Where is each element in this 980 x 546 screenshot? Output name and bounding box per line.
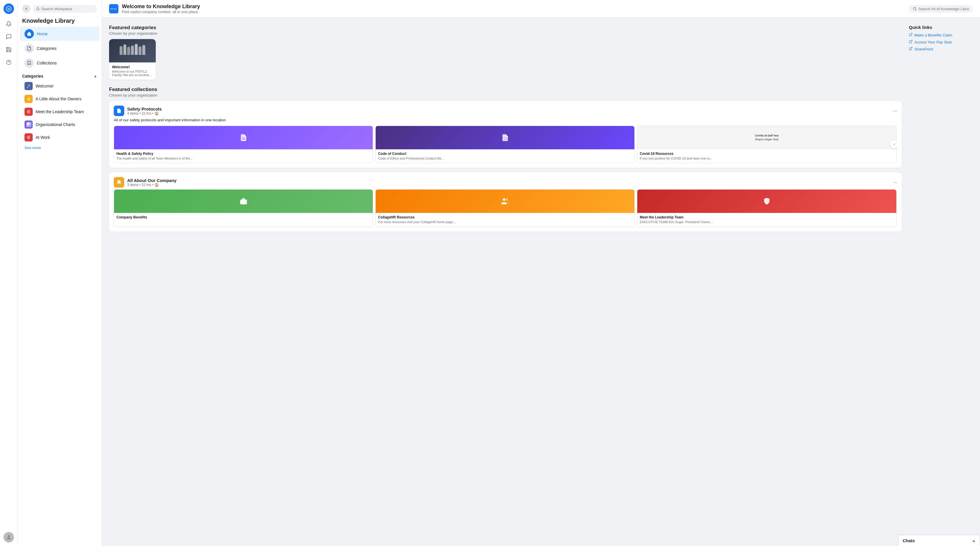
svg-line-16 (910, 33, 912, 35)
workplace-logo[interactable] (3, 3, 14, 14)
topbar-search-icon (913, 7, 917, 11)
chat-icon[interactable] (3, 32, 14, 42)
item-company-benefits[interactable]: Company Benefits (114, 189, 373, 227)
topbar-search-box[interactable] (909, 5, 973, 13)
item-covid[interactable]: COVID-19 Self Test(Rapid Antigen Test) C… (637, 126, 896, 163)
quick-link-benefits[interactable]: Make a Benefits Claim (909, 33, 973, 37)
covid-title: Covid-19 Resources (640, 152, 894, 156)
user-avatar[interactable] (3, 532, 14, 543)
external-link-icon-benefits (909, 33, 913, 37)
search-workplace-input[interactable] (41, 7, 94, 11)
sidebar-item-home[interactable]: Home (20, 27, 99, 41)
icon-bar (0, 0, 18, 546)
safety-collection-meta: 4 items • 22 hrs • 🏠 (127, 111, 162, 116)
company-benefits-img (114, 189, 373, 213)
topbar-search-input[interactable] (918, 7, 969, 11)
item-collage-hr[interactable]: CollageHR Resources For more resources v… (375, 189, 635, 227)
safety-collection-info: Safety Protocols 4 items • 22 hrs • 🏠 (127, 107, 162, 116)
featured-card-body: Welcome! Welcome to our PSIT/LZ Family! … (109, 62, 156, 80)
company-header-left: All About Our Company 3 items • 22 hrs •… (114, 177, 177, 188)
search-workplace-box[interactable] (33, 5, 97, 13)
save-icon[interactable] (3, 45, 14, 55)
quick-link-paystub-label: Access Your Pay Stub (915, 40, 952, 45)
sidebar-item-owners[interactable]: ⭐ A Little About the Owners (20, 93, 99, 105)
leadership-team-desc: EXECUTIVE TEAM Eric Sugar: President/ Ow… (640, 220, 894, 224)
at-work-category-icon: 🎯 (24, 133, 33, 142)
quick-links-section: Quick links Make a Benefits Claim (909, 25, 973, 51)
item-code-conduct[interactable]: Code of Conduct Code of Ethics and Profe… (375, 126, 635, 163)
quick-link-sharepoint-label: SharePoint (915, 47, 933, 51)
featured-collections-title: Featured collections (109, 87, 902, 92)
quick-links-sidebar: Quick links Make a Benefits Claim (909, 25, 973, 236)
home-icon (24, 29, 34, 38)
collage-hr-img (375, 189, 635, 213)
collage-hr-body: CollageHR Resources For more resources v… (375, 213, 635, 226)
back-button[interactable] (22, 5, 30, 13)
external-link-icon-paystub (909, 40, 913, 45)
categories-icon (24, 44, 34, 53)
featured-card-title: Welcome! (112, 65, 153, 69)
linezero-logo: line zero (109, 4, 118, 13)
collection-card-company: All About Our Company 3 items • 22 hrs •… (109, 172, 902, 231)
collage-hr-title: CollageHR Resources (378, 215, 632, 219)
help-icon[interactable] (3, 57, 14, 68)
featured-categories-section: Featured categories Chosen by your organ… (109, 25, 902, 80)
code-conduct-desc: Code of Ethics and Professional Conduct … (378, 156, 632, 161)
safety-collection-menu[interactable]: ··· (893, 108, 897, 113)
safety-items-grid: Health & Safety Policy The health and sa… (114, 126, 897, 163)
svg-text:zero: zero (113, 8, 117, 10)
featured-category-card[interactable]: Welcome! Welcome to our PSIT/LZ Family! … (109, 39, 156, 80)
safety-header-left: Safety Protocols 4 items • 22 hrs • 🏠 (114, 105, 162, 116)
collection-card-safety: Safety Protocols 4 items • 22 hrs • 🏠 ··… (109, 101, 902, 168)
topbar-left: line zero Welcome to Knowledge Library F… (109, 3, 200, 14)
company-benefits-title: Company Benefits (116, 215, 371, 219)
safety-next-button[interactable]: › (890, 140, 897, 148)
sidebar-categories-label: Categories (37, 46, 57, 51)
quick-link-paystub[interactable]: Access Your Pay Stub (909, 40, 973, 45)
covid-img: COVID-19 Self Test(Rapid Antigen Test) (637, 126, 896, 149)
topbar-subtitle: Find useful company content, all in one … (122, 10, 200, 14)
leadership-team-title: Meet the Leadership Team (640, 215, 894, 219)
svg-point-0 (6, 6, 11, 11)
content-main: Featured categories Chosen by your organ… (109, 25, 902, 236)
sidebar-item-categories[interactable]: Categories (20, 41, 99, 56)
company-benefits-body: Company Benefits (114, 213, 373, 222)
sidebar-header (18, 0, 102, 15)
leadership-team-img (637, 189, 896, 213)
company-collection-info: All About Our Company 3 items • 22 hrs •… (127, 178, 177, 187)
item-health-safety[interactable]: Health & Safety Policy The health and sa… (114, 126, 373, 163)
chats-bar[interactable]: Chats ▲ (898, 535, 980, 546)
content-area: Featured categories Chosen by your organ… (102, 18, 980, 243)
svg-line-18 (910, 47, 912, 49)
at-work-category-label: At Work (36, 135, 50, 140)
featured-categories-subtitle: Chosen by your organization (109, 31, 902, 36)
company-collection-header: All About Our Company 3 items • 22 hrs •… (114, 177, 897, 188)
categories-section-header: Categories ▲ (18, 70, 102, 80)
sidebar-item-org-charts[interactable]: 📊 Organizational Charts (20, 118, 99, 131)
welcome-category-label: Welcome! (36, 84, 54, 88)
topbar-title: Welcome to Knowledge Library (122, 3, 200, 10)
company-collection-meta: 3 items • 22 hrs • 🏠 (127, 183, 177, 187)
sidebar-collections-label: Collections (37, 60, 57, 65)
company-items-grid: Company Benefits (114, 189, 897, 227)
health-safety-img (114, 126, 373, 149)
company-collection-menu[interactable]: ··· (893, 180, 897, 185)
main-content: line zero Welcome to Knowledge Library F… (102, 0, 980, 546)
sidebar-item-leadership[interactable]: 🎯 Meet the Leadership Team (20, 105, 99, 118)
notification-icon[interactable] (3, 19, 14, 29)
see-more-link[interactable]: See more (18, 144, 102, 152)
chats-chevron-icon: ▲ (972, 538, 975, 543)
sidebar-item-at-work[interactable]: 🎯 At Work (20, 131, 99, 143)
sidebar-item-collections[interactable]: Collections (20, 56, 99, 70)
categories-section-title: Categories (22, 74, 43, 78)
sidebar: Knowledge Library Home Categories Collec… (18, 0, 102, 546)
svg-point-4 (37, 8, 39, 10)
quick-link-sharepoint[interactable]: SharePoint (909, 47, 973, 51)
item-leadership-team[interactable]: Meet the Leadership Team EXECUTIVE TEAM … (637, 189, 896, 227)
covid-desc: If you test positive for COVID-19 and ha… (640, 156, 894, 161)
org-charts-category-label: Organizational Charts (36, 122, 75, 127)
collections-icon (24, 58, 34, 68)
svg-point-7 (913, 7, 916, 10)
sidebar-item-welcome[interactable]: 🚀 Welcome! (20, 80, 99, 92)
collapse-categories-button[interactable]: ▲ (94, 74, 97, 78)
